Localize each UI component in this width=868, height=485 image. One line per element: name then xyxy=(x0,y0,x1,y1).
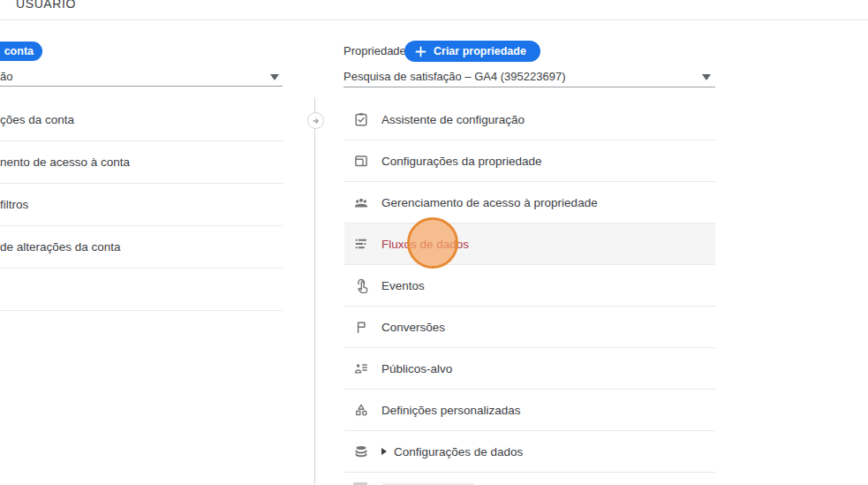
property-selector-value: Pesquisa de satisfação – GA4 (395223697) xyxy=(343,70,566,83)
person-list-icon xyxy=(353,360,369,376)
account-menu-item-configuracoes-da-conta[interactable]: ções da conta xyxy=(0,99,283,141)
menu-item-label: de alterações da conta xyxy=(0,240,121,254)
collapse-column-button[interactable] xyxy=(307,112,324,129)
touch-icon xyxy=(353,277,369,293)
menu-item-label: Conversões xyxy=(381,321,445,334)
account-selector[interactable]: ão xyxy=(0,67,283,85)
chevron-down-icon xyxy=(702,74,711,80)
menu-item-label: Configurações da propriedade xyxy=(381,155,542,168)
people-icon xyxy=(353,194,369,210)
property-menu-item-configuracoes-da-propriedade[interactable]: Configurações da propriedade xyxy=(344,140,715,182)
account-menu-item-todos-os-filtros[interactable]: filtros xyxy=(0,184,283,226)
property-selector-underline xyxy=(343,87,715,87)
clipboard-check-icon xyxy=(353,111,369,127)
menu-item-label: nento de acesso à conta xyxy=(0,155,130,169)
create-account-button[interactable]: conta xyxy=(0,42,42,61)
menu-item-label: Assistente de configuração xyxy=(381,113,525,126)
account-menu: ções da conta nento de acesso à conta fi… xyxy=(0,99,283,311)
create-account-button-label: conta xyxy=(4,45,34,57)
property-menu-item-gerenciamento-de-acesso[interactable]: Gerenciamento de acesso à propriedade xyxy=(344,182,715,224)
section-title-usuario: USUÁRIO xyxy=(16,0,76,11)
property-menu: Assistente de configuração Configurações… xyxy=(344,99,715,473)
database-icon xyxy=(353,443,369,459)
menu-item-label: filtros xyxy=(0,198,28,211)
property-menu-item-conversoes[interactable]: Conversões xyxy=(344,307,715,348)
menu-item-label: Fluxos de dados xyxy=(381,238,469,251)
menu-item-label: Configurações de dados xyxy=(394,445,523,458)
flag-icon xyxy=(353,319,369,335)
menu-item-label: Eventos xyxy=(381,279,425,292)
property-menu-item-eventos[interactable]: Eventos xyxy=(344,265,715,307)
expand-arrow-icon[interactable] xyxy=(381,448,387,455)
top-divider xyxy=(0,19,868,20)
property-menu-item-publicos-alvo[interactable]: Públicos-alvo xyxy=(344,348,715,390)
create-property-button[interactable]: Criar propriedade xyxy=(404,41,540,62)
account-selector-value: ão xyxy=(0,70,12,83)
column-divider xyxy=(314,97,315,485)
property-menu-item-definicoes-personalizadas[interactable]: Definições personalizadas xyxy=(344,390,715,431)
shapes-icon xyxy=(353,402,369,418)
menu-item-label: Públicos-alvo xyxy=(381,362,452,375)
create-property-button-label: Criar propriedade xyxy=(434,45,526,57)
account-menu-item-historico-de-alteracoes[interactable]: de alterações da conta xyxy=(0,226,283,269)
property-menu-item-configuracoes-de-dados[interactable]: Configurações de dados xyxy=(344,431,715,473)
property-selector[interactable]: Pesquisa de satisfação – GA4 (395223697) xyxy=(343,67,715,85)
property-menu-item-fluxos-de-dados[interactable]: Fluxos de dados xyxy=(344,224,715,265)
property-menu-item-assistente-de-configuracao[interactable]: Assistente de configuração xyxy=(344,99,715,140)
arrow-right-icon xyxy=(312,117,321,125)
property-section-label: Propriedade xyxy=(343,44,406,57)
menu-item-label: Gerenciamento de acesso à propriedade xyxy=(381,196,598,209)
data-streams-icon xyxy=(353,236,369,252)
account-menu-item-gerenciamento-de-acesso[interactable]: nento de acesso à conta xyxy=(0,141,283,184)
plus-icon xyxy=(415,46,426,57)
account-selector-underline xyxy=(0,86,283,87)
menu-item-label: ções da conta xyxy=(0,113,74,126)
chevron-down-icon xyxy=(270,74,279,80)
window-layout-icon xyxy=(353,153,369,169)
menu-item-label: Definições personalizadas xyxy=(381,404,521,417)
account-menu-item-empty[interactable] xyxy=(0,269,283,311)
